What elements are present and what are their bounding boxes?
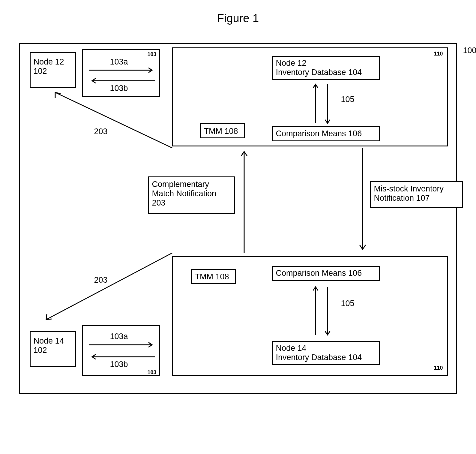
figure-title: Figure 1 [6,12,470,25]
comm-box-top: 103 103a 103b [82,49,160,97]
upper-comparison: Comparison Means 106 [272,126,380,141]
upper-comp-label: Comparison Means 106 [276,129,376,138]
comm-box-bottom: 103a 103b 103 [82,325,160,376]
lower-arrow-105 [311,284,335,338]
lower-inv-l1: Node 14 [276,344,376,353]
lower-tmm-label: TMM 108 [195,272,232,281]
lower-unit: 110 Comparison Means 106 TMM 108 105 Nod… [172,256,448,376]
comp-l3: 203 [152,198,231,208]
label-203-bottom: 203 [94,275,108,285]
upper-inventory-db: Node 12 Inventory Database 104 [272,56,380,80]
comm-bottom-103b: 103b [110,360,128,369]
upper-unit-corner: 110 [434,51,443,57]
misstock-l2: Notification 107 [374,194,459,203]
upper-arrow-105 [311,81,335,126]
arrow-103b-top [89,78,155,84]
lower-unit-corner: 110 [434,365,443,371]
node-12-l2: 102 [34,67,72,76]
upper-inv-l1: Node 12 [276,59,376,68]
lower-inv-l2: Inventory Database 104 [276,353,376,362]
node-14-box: Node 14 102 [30,331,76,367]
upper-tmm-label: TMM 108 [204,127,241,136]
lower-comparison: Comparison Means 106 [272,266,380,281]
upper-tmm: TMM 108 [200,123,245,138]
lower-105-label: 105 [341,299,355,308]
comm-top-103b: 103b [110,84,128,93]
arrow-103a-bottom [89,342,155,348]
node-14-l1: Node 14 [34,336,72,346]
upper-105-label: 105 [341,95,355,104]
lower-tmm: TMM 108 [191,269,236,284]
complementary-box: Complementary Match Notification 203 [148,176,235,214]
misstock-l1: Mis-stock Inventory [374,184,459,194]
comm-bottom-corner: 103 [148,369,157,376]
comp-l1: Complementary [152,180,231,189]
diagram-container: 100 Node 12 102 103 103a 103b 110 Node 1… [13,43,463,403]
comm-bottom-103a: 103a [110,332,128,341]
comm-top-corner: 103 [148,51,157,58]
upper-inv-l2: Inventory Database 104 [276,68,376,77]
outer-label: 100 [463,46,476,55]
lower-inventory-db: Node 14 Inventory Database 104 [272,341,380,365]
arrow-103a-top [89,68,155,74]
node-12-box: Node 12 102 [30,52,76,88]
comm-top-103a: 103a [110,57,128,67]
upper-unit: 110 Node 12 Inventory Database 104 TMM 1… [172,47,448,146]
comp-l2: Match Notification [152,189,231,198]
label-203-top: 203 [94,127,108,136]
node-12-l1: Node 12 [34,57,72,67]
misstock-box: Mis-stock Inventory Notification 107 [370,181,463,208]
arrow-103b-bottom [89,354,155,360]
node-14-l2: 102 [34,346,72,355]
lower-comp-label: Comparison Means 106 [276,269,376,278]
